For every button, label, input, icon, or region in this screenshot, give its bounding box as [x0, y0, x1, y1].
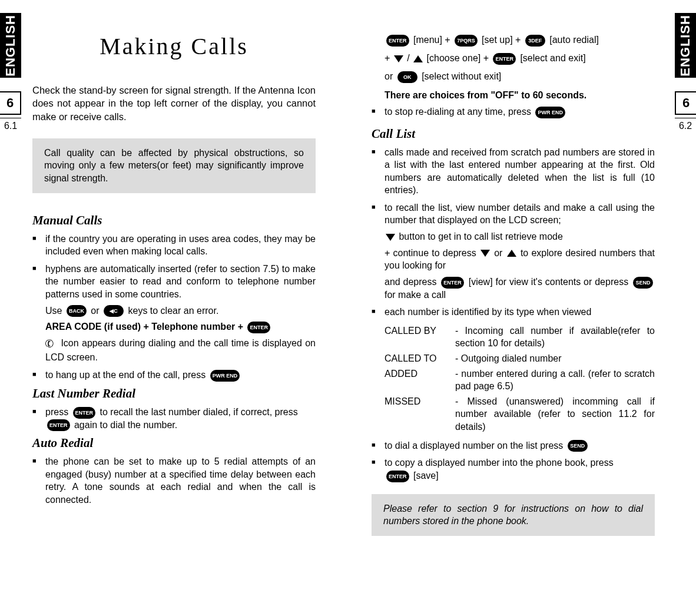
key-3-icon: 3DEF: [525, 35, 545, 47]
cl-s2: + continue to depress or to explore desi…: [385, 247, 655, 272]
heading-last-redial: Last Number Redial: [32, 386, 316, 401]
cl-b3: each number is identified by its type wh…: [372, 306, 655, 319]
send-icon: SEND: [568, 440, 588, 452]
pwr-end-icon: PWR END: [210, 370, 240, 382]
stop-redial-list: to stop re-dialing at any time, press PW…: [372, 105, 655, 118]
def-row: CALLED BY- Incoming call number if avail…: [385, 324, 655, 350]
phone-icon: ✆: [43, 336, 56, 352]
enter-icon: ENTER: [47, 419, 70, 431]
enter-icon: ENTER: [247, 322, 270, 333]
arrow-down-icon: [480, 250, 490, 257]
area-code-line: AREA CODE (if used) + Telephone number +…: [45, 320, 316, 333]
cl-copy: to copy a displayed number into the phon…: [372, 456, 655, 482]
auto-redial-list: the phone can be set to make up to 5 red…: [32, 455, 316, 506]
enter-icon: ENTER: [386, 471, 409, 482]
manual-b2: hyphens are automatically inserted (refe…: [32, 263, 316, 364]
manual-b1: if the country you are operating in uses…: [32, 233, 316, 258]
ok-icon: OK: [397, 71, 417, 83]
back-icon: BACK: [67, 305, 87, 317]
seq-line4: There are choices from "OFF" to 60 secon…: [372, 87, 655, 103]
arrow-up-icon: [507, 250, 516, 257]
intro-text: Check the stand-by screen for signal str…: [32, 84, 316, 123]
cl-s1: button to get in to call list retrieve m…: [385, 230, 655, 243]
side-tab-label: ENGLISH: [678, 15, 693, 77]
auto-redial-sequence: ENTER [menu] + 7PQRS [set up] + 3DEF [au…: [372, 24, 655, 103]
page-title: Making Calls: [32, 32, 316, 60]
chapter-number-right: 6: [675, 91, 696, 115]
chapter-number-left: 6: [0, 91, 21, 115]
right-page: ENGLISH 6 6.2 ENTER [menu] + 7PQRS [set …: [348, 0, 696, 616]
call-list-actions: to dial a displayed number on the list p…: [372, 439, 655, 482]
def-row: MISSED- Missed (unanswered) incomming ca…: [385, 395, 655, 433]
manual-hangup: to hang up at the end of the call, press…: [32, 369, 316, 382]
stop-redial: to stop re-dialing at any time, press PW…: [372, 105, 655, 118]
key-7-icon: 7PQRS: [455, 35, 478, 47]
page-number-right: 6.2: [675, 118, 696, 131]
def-row: ADDED- number entered during a call. (re…: [385, 367, 655, 393]
page-number-left: 6.1: [0, 118, 21, 131]
seq-line1: ENTER [menu] + 7PQRS [set up] + 3DEF [au…: [372, 32, 655, 48]
dialing-icon-line: ✆ Icon appears during dialing and the ca…: [45, 337, 316, 364]
cl-b1: calls made and received from scratch pad…: [372, 146, 655, 197]
arrow-up-icon: [413, 55, 423, 62]
arrow-down-icon: [394, 55, 403, 62]
seq-line2: + / [choose one] + ENTER [select and exi…: [372, 50, 655, 66]
cl-dial: to dial a displayed number on the list p…: [372, 439, 655, 452]
callout-signal: Call quality can be affected by physical…: [32, 138, 316, 193]
auto-redial-b1: the phone can be set to make up to 5 red…: [32, 455, 316, 506]
arrow-down-icon: [386, 234, 395, 241]
use-keys-line: Use BACK or ◀C keys to clear an error.: [45, 304, 316, 317]
send-icon: SEND: [633, 277, 653, 289]
last-redial-list: press ENTER to recall the last number di…: [32, 406, 316, 432]
call-type-definitions: CALLED BY- Incoming call number if avail…: [372, 324, 655, 433]
pwr-end-icon: PWR END: [535, 107, 565, 118]
heading-auto-redial: Auto Redial: [32, 436, 316, 451]
left-page: ENGLISH 6 6.1 Making Calls Check the sta…: [0, 0, 348, 616]
heading-manual-calls: Manual Calls: [32, 213, 316, 228]
side-tab-label: ENGLISH: [3, 15, 18, 77]
enter-icon: ENTER: [441, 277, 464, 289]
callout-section9: Please refer to section 9 for instructio…: [372, 494, 655, 536]
side-tab-language-right: ENGLISH: [675, 13, 696, 78]
def-row: CALLED TO- Outgoing dialed number: [385, 352, 655, 365]
call-list-bullets: calls made and received from scratch pad…: [372, 146, 655, 319]
cl-s3: and depress ENTER [view] for view it's c…: [385, 276, 655, 301]
enter-icon: ENTER: [73, 407, 96, 419]
enter-icon: ENTER: [386, 35, 409, 47]
seq-line3: or OK [select without exit]: [372, 68, 655, 84]
last-redial-b1: press ENTER to recall the last number di…: [32, 406, 316, 432]
enter-icon: ENTER: [493, 53, 516, 65]
clear-icon: ◀C: [104, 305, 124, 317]
heading-call-list: Call List: [372, 127, 655, 141]
cl-b2: to recall the list, view number details …: [372, 201, 655, 301]
side-tab-language-left: ENGLISH: [0, 13, 21, 78]
manual-calls-list: if the country you are operating in uses…: [32, 233, 316, 382]
